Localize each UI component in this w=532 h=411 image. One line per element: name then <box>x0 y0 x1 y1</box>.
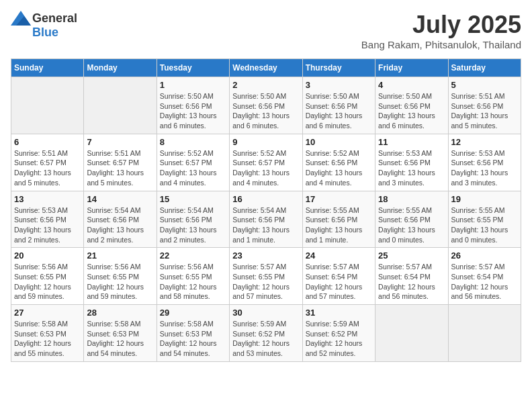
logo-general-text: General <box>32 11 77 26</box>
day-number: 5 <box>451 80 518 90</box>
day-info: Sunrise: 5:57 AM Sunset: 6:54 PM Dayligh… <box>451 262 518 302</box>
calendar-table: Sunday Monday Tuesday Wednesday Thursday… <box>11 58 521 362</box>
day-info: Sunrise: 5:54 AM Sunset: 6:56 PM Dayligh… <box>87 205 153 245</box>
day-number: 24 <box>306 250 372 261</box>
day-number: 10 <box>306 137 372 147</box>
day-info: Sunrise: 5:53 AM Sunset: 6:56 PM Dayligh… <box>14 205 81 245</box>
calendar-cell: 6Sunrise: 5:51 AM Sunset: 6:57 PM Daylig… <box>11 134 84 191</box>
day-number: 23 <box>232 250 299 261</box>
calendar-cell <box>84 77 157 134</box>
week-row-4: 20Sunrise: 5:56 AM Sunset: 6:55 PM Dayli… <box>11 248 521 305</box>
weekday-header-row: Sunday Monday Tuesday Wednesday Thursday… <box>11 59 521 77</box>
week-row-1: 1Sunrise: 5:50 AM Sunset: 6:56 PM Daylig… <box>11 77 521 134</box>
logo-blue-text: Blue <box>32 26 58 40</box>
day-number: 21 <box>87 250 153 261</box>
calendar-cell: 18Sunrise: 5:55 AM Sunset: 6:56 PM Dayli… <box>375 191 448 248</box>
day-info: Sunrise: 5:52 AM Sunset: 6:56 PM Dayligh… <box>306 148 372 188</box>
calendar-cell: 14Sunrise: 5:54 AM Sunset: 6:56 PM Dayli… <box>84 191 157 248</box>
calendar-cell: 17Sunrise: 5:55 AM Sunset: 6:56 PM Dayli… <box>302 191 375 248</box>
day-number: 8 <box>160 137 226 147</box>
day-number: 3 <box>306 80 372 90</box>
calendar-cell: 29Sunrise: 5:58 AM Sunset: 6:53 PM Dayli… <box>157 305 229 362</box>
day-info: Sunrise: 5:58 AM Sunset: 6:53 PM Dayligh… <box>160 319 226 359</box>
calendar-cell: 9Sunrise: 5:52 AM Sunset: 6:57 PM Daylig… <box>230 134 302 191</box>
day-number: 30 <box>232 308 299 318</box>
week-row-2: 6Sunrise: 5:51 AM Sunset: 6:57 PM Daylig… <box>11 134 521 191</box>
header-sunday: Sunday <box>11 59 84 77</box>
calendar-cell <box>448 305 521 362</box>
day-info: Sunrise: 5:51 AM Sunset: 6:56 PM Dayligh… <box>451 91 518 131</box>
calendar-cell: 4Sunrise: 5:50 AM Sunset: 6:56 PM Daylig… <box>375 77 448 134</box>
header-thursday: Thursday <box>302 59 375 77</box>
day-number: 28 <box>87 308 153 318</box>
day-info: Sunrise: 5:50 AM Sunset: 6:56 PM Dayligh… <box>378 91 445 131</box>
day-number: 26 <box>451 250 518 261</box>
day-info: Sunrise: 5:56 AM Sunset: 6:55 PM Dayligh… <box>160 262 226 302</box>
calendar-cell: 3Sunrise: 5:50 AM Sunset: 6:56 PM Daylig… <box>302 77 375 134</box>
calendar-cell: 16Sunrise: 5:54 AM Sunset: 6:56 PM Dayli… <box>230 191 302 248</box>
calendar-body: 1Sunrise: 5:50 AM Sunset: 6:56 PM Daylig… <box>11 77 521 362</box>
day-info: Sunrise: 5:57 AM Sunset: 6:54 PM Dayligh… <box>306 262 372 302</box>
calendar-cell: 21Sunrise: 5:56 AM Sunset: 6:55 PM Dayli… <box>84 248 157 305</box>
day-number: 2 <box>232 80 299 90</box>
day-info: Sunrise: 5:56 AM Sunset: 6:55 PM Dayligh… <box>87 262 153 302</box>
day-info: Sunrise: 5:52 AM Sunset: 6:57 PM Dayligh… <box>232 148 299 188</box>
day-number: 6 <box>14 137 81 147</box>
calendar-cell: 27Sunrise: 5:58 AM Sunset: 6:53 PM Dayli… <box>11 305 84 362</box>
day-number: 1 <box>160 80 226 90</box>
day-number: 7 <box>87 137 153 147</box>
day-info: Sunrise: 5:58 AM Sunset: 6:53 PM Dayligh… <box>87 319 153 359</box>
calendar-cell: 24Sunrise: 5:57 AM Sunset: 6:54 PM Dayli… <box>302 248 375 305</box>
calendar-cell: 30Sunrise: 5:59 AM Sunset: 6:52 PM Dayli… <box>230 305 302 362</box>
week-row-3: 13Sunrise: 5:53 AM Sunset: 6:56 PM Dayli… <box>11 191 521 248</box>
calendar-cell: 20Sunrise: 5:56 AM Sunset: 6:55 PM Dayli… <box>11 248 84 305</box>
header-friday: Friday <box>375 59 448 77</box>
calendar-cell: 5Sunrise: 5:51 AM Sunset: 6:56 PM Daylig… <box>448 77 521 134</box>
day-number: 9 <box>232 137 299 147</box>
day-number: 12 <box>451 137 518 147</box>
week-row-5: 27Sunrise: 5:58 AM Sunset: 6:53 PM Dayli… <box>11 305 521 362</box>
header-tuesday: Tuesday <box>157 59 229 77</box>
calendar-cell: 15Sunrise: 5:54 AM Sunset: 6:56 PM Dayli… <box>157 191 229 248</box>
calendar-cell: 7Sunrise: 5:51 AM Sunset: 6:57 PM Daylig… <box>84 134 157 191</box>
calendar-cell: 19Sunrise: 5:55 AM Sunset: 6:55 PM Dayli… <box>448 191 521 248</box>
day-info: Sunrise: 5:50 AM Sunset: 6:56 PM Dayligh… <box>232 91 299 131</box>
calendar-cell: 10Sunrise: 5:52 AM Sunset: 6:56 PM Dayli… <box>302 134 375 191</box>
day-number: 17 <box>306 194 372 204</box>
calendar-cell: 26Sunrise: 5:57 AM Sunset: 6:54 PM Dayli… <box>448 248 521 305</box>
day-number: 4 <box>378 80 445 90</box>
day-info: Sunrise: 5:59 AM Sunset: 6:52 PM Dayligh… <box>306 319 372 359</box>
day-number: 20 <box>14 250 81 261</box>
location-text: Bang Rakam, Phitsanulok, Thailand <box>361 39 521 50</box>
calendar-cell <box>11 77 84 134</box>
logo-icon <box>11 11 31 26</box>
logo: General Blue <box>11 11 77 40</box>
header-wednesday: Wednesday <box>230 59 302 77</box>
day-number: 19 <box>451 194 518 204</box>
day-number: 27 <box>14 308 81 318</box>
calendar-cell: 12Sunrise: 5:53 AM Sunset: 6:56 PM Dayli… <box>448 134 521 191</box>
day-info: Sunrise: 5:58 AM Sunset: 6:53 PM Dayligh… <box>14 319 81 359</box>
calendar-cell: 31Sunrise: 5:59 AM Sunset: 6:52 PM Dayli… <box>302 305 375 362</box>
calendar-cell: 22Sunrise: 5:56 AM Sunset: 6:55 PM Dayli… <box>157 248 229 305</box>
calendar-cell: 13Sunrise: 5:53 AM Sunset: 6:56 PM Dayli… <box>11 191 84 248</box>
day-number: 16 <box>232 194 299 204</box>
calendar-header: Sunday Monday Tuesday Wednesday Thursday… <box>11 59 521 77</box>
day-number: 31 <box>306 308 372 318</box>
header-monday: Monday <box>84 59 157 77</box>
day-info: Sunrise: 5:53 AM Sunset: 6:56 PM Dayligh… <box>378 148 445 188</box>
day-info: Sunrise: 5:55 AM Sunset: 6:56 PM Dayligh… <box>378 205 445 245</box>
calendar-cell: 28Sunrise: 5:58 AM Sunset: 6:53 PM Dayli… <box>84 305 157 362</box>
day-number: 14 <box>87 194 153 204</box>
day-number: 11 <box>378 137 445 147</box>
title-area: July 2025 Bang Rakam, Phitsanulok, Thail… <box>361 11 521 50</box>
day-info: Sunrise: 5:55 AM Sunset: 6:55 PM Dayligh… <box>451 205 518 245</box>
day-info: Sunrise: 5:56 AM Sunset: 6:55 PM Dayligh… <box>14 262 81 302</box>
day-number: 22 <box>160 250 226 261</box>
day-info: Sunrise: 5:59 AM Sunset: 6:52 PM Dayligh… <box>232 319 299 359</box>
calendar-cell: 23Sunrise: 5:57 AM Sunset: 6:55 PM Dayli… <box>230 248 302 305</box>
day-info: Sunrise: 5:55 AM Sunset: 6:56 PM Dayligh… <box>306 205 372 245</box>
day-info: Sunrise: 5:57 AM Sunset: 6:55 PM Dayligh… <box>232 262 299 302</box>
day-number: 25 <box>378 250 445 261</box>
calendar-cell: 1Sunrise: 5:50 AM Sunset: 6:56 PM Daylig… <box>157 77 229 134</box>
